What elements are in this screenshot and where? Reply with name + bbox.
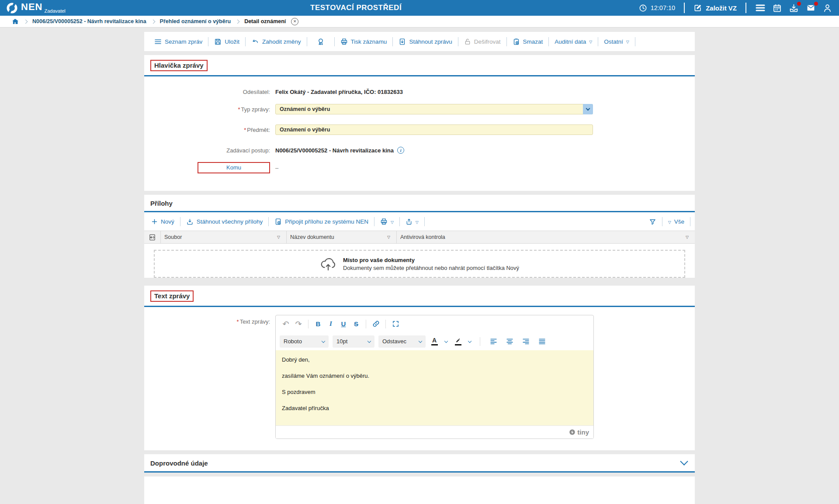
field-row-komu: Komu – [144,161,695,174]
font-size-select[interactable]: 10pt [333,335,374,348]
close-tab-button[interactable]: ✕ [291,18,298,25]
align-center-icon [506,338,513,345]
section-doprovodne-udaje: Doprovodné údaje [144,454,695,473]
odesilatel-label: Odesílatel: [144,89,275,95]
messages-button[interactable] [806,3,816,12]
strikethrough-button[interactable]: S [350,318,362,330]
stahnout-zpravu-button[interactable]: Stáhnout zprávu [393,38,458,45]
ulozit-button[interactable]: Uložit [208,38,245,45]
field-row-zadavaci-postup: Zadávací postup: N006/25/V00005252 - Náv… [144,144,695,157]
divider [385,320,386,328]
column-filter-icon[interactable]: ▽ [274,235,283,240]
user-icon [823,3,832,13]
predmet-input[interactable] [275,124,593,135]
align-left-icon [490,338,497,345]
nen-logo[interactable]: NEN Zadavatel [6,2,66,14]
home-button[interactable] [11,18,19,25]
komu-value: – [275,165,278,171]
insert-link-button[interactable] [370,318,382,330]
nen-logo-icon [6,2,18,14]
plus-icon [151,218,158,225]
column-header-soubor[interactable]: Soubor ▽ [161,231,287,243]
zahodit-zmeny-button[interactable]: Zahodit změny [246,38,307,45]
smazat-button[interactable]: Smazat [507,38,549,45]
ostatni-dropdown[interactable]: Ostatní ▽ [598,38,634,45]
divider [366,320,366,328]
section-title-hlavicka: Hlavička zprávy [150,60,208,71]
fullscreen-button[interactable] [389,318,402,330]
save-icon [214,38,222,45]
document-dropzone[interactable]: Místo pro vaše dokumenty Dokumenty sem m… [154,250,685,278]
certificate-button[interactable] [307,38,334,46]
align-left-button[interactable] [487,335,499,348]
breadcrumb-item-current[interactable]: Detail oznámení [244,18,286,24]
strikethrough-icon: S [354,320,358,328]
column-header-antivirova-kontrola[interactable]: Antivirová kontrola ▽ [397,231,695,243]
italic-button[interactable]: I [325,318,337,330]
editor-status-bar: tiny [276,425,593,438]
bold-button[interactable]: B [312,318,324,330]
discard-changes-icon [251,38,259,45]
underline-button[interactable]: U [337,318,350,330]
message-paragraph: Zadavatel příručka [282,405,587,411]
main-menu-button[interactable] [755,3,766,12]
expand-section-chevron[interactable] [680,457,688,465]
column-filter-icon[interactable]: ▽ [682,235,691,240]
align-right-button[interactable] [520,335,532,348]
export-attachments-dropdown[interactable]: ▽ [400,218,424,225]
novy-button[interactable]: Nový [149,218,180,225]
highlight-color-caret[interactable] [467,335,473,348]
filter-button[interactable] [643,218,662,225]
fullscreen-icon [392,320,399,328]
text-color-caret[interactable] [443,335,449,348]
italic-icon: I [329,320,332,328]
seznam-zprav-button[interactable]: Seznam zpráv [149,38,208,45]
field-row-typ-zpravy: *Typ zprávy: Oznámení o výběru [144,103,695,116]
undo-button[interactable]: ↶ [280,318,292,330]
column-header-nazev-dokumentu[interactable]: Název dokumentu ▽ [287,231,397,243]
justify-button[interactable] [536,335,548,348]
text-color-button[interactable]: A [430,335,439,348]
breadcrumb-item-overview[interactable]: Přehled oznámení o výběru [160,18,231,24]
chevron-down-icon [322,339,325,342]
auditni-data-dropdown[interactable]: Auditní data ▽ [549,38,598,45]
editor-toolbar-row-2: Roboto 10pt Odstavec A [276,332,593,350]
tinymce-brand-link[interactable]: tiny [569,428,589,436]
record-toolbar: Seznam zpráv Uložit Zahodit změny [144,32,695,51]
vse-filter-dropdown[interactable]: ▽ Vše [662,218,690,225]
divider [480,337,480,346]
zadavaci-postup-label: Zadávací postup: [144,147,275,154]
typ-zpravy-select-caret[interactable] [583,104,593,114]
column-settings-button[interactable] [149,234,156,241]
message-paragraph: Dobrý den, [282,356,587,363]
align-center-button[interactable] [503,335,516,348]
redo-icon: ↷ [295,319,302,329]
close-icon: ✕ [293,20,297,24]
text-zpravy-label: Text zprávy: [240,318,270,325]
font-family-select[interactable]: Roboto [280,335,329,348]
predmet-label: Předmět: [247,127,270,133]
print-attachments-dropdown[interactable]: ▽ [374,218,399,225]
notification-dot [797,2,801,6]
highlight-color-button[interactable] [453,335,463,348]
zalozit-vz-button[interactable]: Založit VZ [693,3,737,12]
tisk-zaznamu-button[interactable]: Tisk záznamu [335,38,393,45]
link-icon [372,320,380,328]
section-title-text-zpravy: Text zprávy [150,290,194,302]
column-filter-icon[interactable]: ▽ [384,235,393,240]
stahnout-vsechny-prilohy-button[interactable]: Stáhnout všechny přílohy [180,218,269,225]
inbox-downloads-button[interactable] [789,3,799,13]
editor-content-area[interactable]: Dobrý den, zasíláme Vám oznámení o výběr… [276,350,593,425]
list-icon [154,38,162,45]
breadcrumb-separator-icon [24,19,28,24]
info-icon[interactable]: i [397,147,404,154]
komu-link[interactable]: Komu [198,162,270,173]
pripojit-prilohu-nen-button[interactable]: Připojit přílohu ze systému NEN [269,218,374,225]
redo-button[interactable]: ↷ [292,318,305,330]
user-profile-button[interactable] [823,3,832,13]
block-format-select[interactable]: Odstavec [378,335,426,348]
calendar-button[interactable] [773,3,782,13]
desifrovat-button[interactable]: Dešifrovat [458,38,506,45]
typ-zpravy-select[interactable]: Oznámení o výběru [275,104,593,114]
breadcrumb-item-procedure[interactable]: N006/25/V00005252 - Návrh revitalizace k… [32,18,146,24]
